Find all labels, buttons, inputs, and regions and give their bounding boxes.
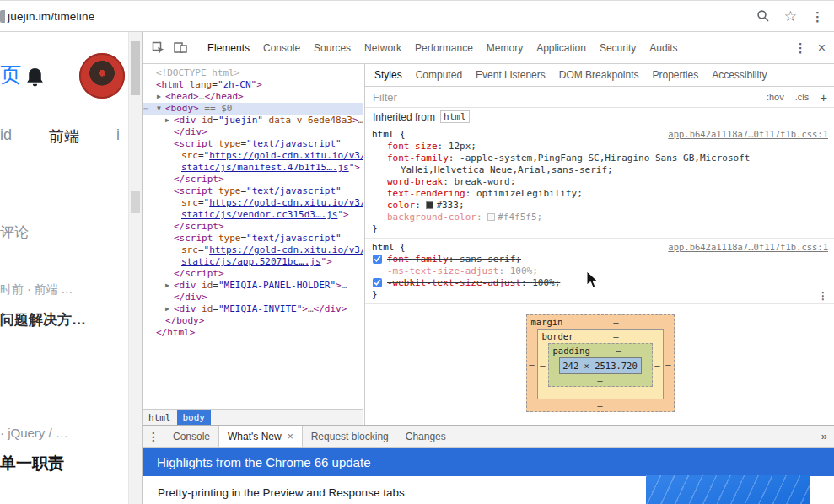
feature-thumbnail[interactable] [646, 475, 810, 504]
dom-node[interactable]: </script> [143, 221, 363, 233]
dom-node[interactable]: </body> [143, 315, 363, 327]
nav-item-[interactable]: 前端 [49, 126, 79, 147]
css-selector[interactable]: html { [372, 242, 406, 254]
color-swatch[interactable] [487, 213, 495, 221]
css-property[interactable]: word-break: break-word; [372, 176, 828, 188]
dom-tree[interactable]: <!DOCTYPE html><html lang="zh-CN">▶<head… [143, 64, 363, 425]
tab-application[interactable]: Application [530, 32, 593, 63]
zoom-icon[interactable] [756, 9, 770, 23]
dom-node[interactable]: </script> [143, 268, 363, 280]
notification-bell-icon[interactable] [24, 67, 46, 89]
dom-node[interactable]: static/js/manifest.47b1f15….js"> [143, 162, 363, 174]
border-top-value[interactable]: – [573, 331, 658, 341]
address-bar[interactable]: juejin.im/timeline ☆ ⋮ [0, 1, 834, 32]
inspect-element-icon[interactable] [148, 37, 169, 59]
rule-menu-icon[interactable]: ⋮ [818, 290, 828, 302]
browser-menu-icon[interactable]: ⋮ [811, 10, 824, 23]
inherited-node-link[interactable]: html [440, 110, 470, 123]
url-text[interactable]: juejin.im/timeline [8, 10, 94, 23]
dom-node[interactable]: <script type="text/javascript" [143, 138, 363, 150]
css-property[interactable]: color: #333; [372, 200, 828, 212]
padding-right-value[interactable]: – [642, 357, 652, 374]
tab-performance[interactable]: Performance [408, 32, 480, 63]
border-right-value[interactable]: – [653, 343, 663, 387]
drawer-tab-request-blocking[interactable]: Request blocking [303, 426, 397, 447]
padding-bottom-value[interactable]: – [553, 375, 648, 385]
toggle-class-button[interactable]: .cls [795, 92, 810, 102]
css-property[interactable]: -ms-text-size-adjust: 100%; [372, 265, 828, 277]
drawer-tab-console[interactable]: Console [164, 426, 218, 447]
dom-node[interactable]: </html> [143, 327, 363, 339]
dom-node[interactable]: static/js/vendor.cc315d3….js"> [143, 209, 363, 221]
css-source-link[interactable]: app.b642a1118a7…0f117f1b.css:1 [668, 241, 828, 253]
disclosure-arrow-icon[interactable]: ▶ [165, 115, 174, 126]
dom-node[interactable]: </div> [143, 292, 363, 303]
nav-home-link[interactable]: 页 [0, 61, 21, 88]
tab-security[interactable]: Security [593, 32, 643, 63]
post-title-2[interactable]: 单一职责 [0, 453, 64, 475]
devtools-menu-icon[interactable]: ⋮ [794, 40, 807, 56]
css-source-link[interactable]: app.b642a1118a7…0f117f1b.css:1 [668, 128, 828, 140]
css-selector[interactable]: html { [372, 129, 406, 141]
tab-memory[interactable]: Memory [480, 32, 530, 63]
property-checkbox[interactable] [373, 255, 382, 264]
comment-label[interactable]: 评论 [0, 223, 29, 242]
breadcrumb-item-html[interactable]: html [143, 410, 177, 425]
css-property[interactable]: font-size: 12px; [372, 141, 828, 153]
padding-left-value[interactable]: – [549, 357, 559, 374]
disclosure-arrow-icon[interactable]: ▼ [157, 103, 165, 115]
dom-node[interactable]: </div> [143, 126, 363, 138]
new-style-rule-button[interactable]: + [820, 90, 827, 105]
bookmark-star-icon[interactable]: ☆ [784, 9, 797, 24]
tab-network[interactable]: Network [358, 32, 408, 63]
dom-node[interactable]: <!DOCTYPE html> [143, 67, 363, 79]
css-property[interactable]: font-family: sans-serif; [372, 254, 828, 265]
tab-sources[interactable]: Sources [307, 32, 358, 63]
dom-node[interactable]: ▶<div id="MEIQIA-INVITE">…</div> [143, 303, 363, 315]
toggle-pseudo-button[interactable]: :hov [767, 92, 784, 102]
disclosure-arrow-icon[interactable]: ▶ [157, 91, 165, 103]
sidebar-tab-properties[interactable]: Properties [645, 69, 705, 81]
sidebar-tab-dom-breakpoints[interactable]: DOM Breakpoints [552, 69, 646, 81]
scrollbar-thumb-secondary[interactable] [131, 191, 140, 213]
dom-node[interactable]: ▶<div id="juejin" data-v-6ede48a3>… [143, 115, 363, 126]
margin-left-value[interactable]: – [527, 329, 537, 399]
css-property[interactable]: -webkit-text-size-adjust: 100%; [372, 277, 828, 289]
sidebar-tab-accessibility[interactable]: Accessibility [705, 69, 773, 81]
avatar[interactable] [79, 53, 125, 99]
margin-top-value[interactable]: – [562, 317, 669, 327]
drawer-overflow-icon[interactable]: » [821, 426, 834, 447]
dom-node[interactable]: ▶<div id="MEIQIA-PANEL-HOLDER">… [143, 280, 363, 292]
dom-node[interactable]: static/js/app.52071bc….js"> [143, 256, 363, 268]
box-model-margin[interactable]: margin – – border – – [526, 314, 675, 412]
tab-elements[interactable]: Elements [201, 32, 256, 63]
drawer-menu-icon[interactable]: ⋮ [143, 426, 164, 447]
post-title[interactable]: 问题解决方… [0, 310, 86, 330]
drawer-tab-what-s-new[interactable]: What's New× [218, 426, 303, 447]
dom-node[interactable]: <script type="text/javascript" [143, 233, 363, 244]
nav-item-id[interactable]: id [0, 126, 12, 147]
post-tags[interactable]: · jQuery / … [0, 426, 68, 440]
dom-node[interactable]: <html lang="zh-CN"> [143, 79, 363, 91]
breadcrumb-item-body[interactable]: body [177, 410, 212, 425]
margin-bottom-value[interactable]: – [531, 400, 670, 410]
box-model-content[interactable]: 242 × 2513.720 [559, 357, 642, 374]
dom-node[interactable]: ⋯▼<body> == $0 [143, 103, 363, 115]
dom-node[interactable]: src="https://gold-cdn.xitu.io/v3/ [143, 150, 363, 162]
dom-node[interactable]: </script> [143, 174, 363, 185]
sidebar-tab-event-listeners[interactable]: Event Listeners [469, 69, 552, 81]
padding-top-value[interactable]: – [590, 346, 648, 356]
border-bottom-value[interactable]: – [542, 388, 659, 398]
css-property[interactable]: text-rendering: optimizeLegibility; [372, 188, 828, 200]
box-model-border[interactable]: border – – padding – [537, 329, 664, 399]
device-toolbar-icon[interactable] [169, 37, 191, 59]
nav-item-i[interactable]: i [116, 126, 120, 147]
margin-right-value[interactable]: – [664, 329, 674, 399]
property-checkbox[interactable] [373, 278, 382, 287]
page-scrollbar[interactable] [128, 32, 142, 504]
devtools-close-icon[interactable]: × [818, 40, 826, 56]
dom-node[interactable]: src="https://gold-cdn.xitu.io/v3/ [143, 244, 363, 256]
scrollbar-thumb[interactable] [131, 41, 140, 95]
css-property[interactable]: background-color: #f4f5f5; [372, 212, 828, 223]
drawer-tab-changes[interactable]: Changes [397, 426, 455, 447]
